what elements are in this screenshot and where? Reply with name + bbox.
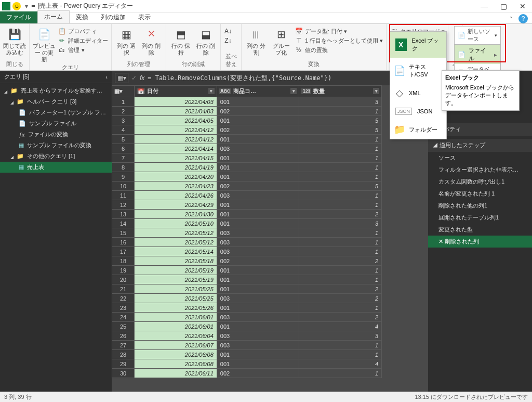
group-by-button[interactable]: グルー プ化: [270, 25, 292, 56]
applied-step[interactable]: 削除された列: [428, 236, 532, 248]
table-row[interactable]: 22021/04/030021: [112, 107, 382, 116]
applied-step[interactable]: フィルター選択された非表示…: [428, 164, 532, 176]
tab-file[interactable]: ファイル: [0, 11, 37, 23]
data-grid[interactable]: ▦▾📅日付▾ABC商品コ…▾123数量▾ 12021/04/0300132202…: [112, 85, 382, 378]
row-number-header[interactable]: ▦▾: [112, 86, 135, 97]
table-row[interactable]: 302021/06/110021: [112, 369, 382, 378]
table-row[interactable]: 212021/05/250012: [112, 284, 382, 294]
table-row[interactable]: 282021/06/080011: [112, 350, 382, 359]
tab-addcolumn[interactable]: 列の追加: [95, 11, 132, 23]
filter-dropdown-icon[interactable]: ▾: [373, 88, 379, 94]
table-row[interactable]: 152021/05/120031: [112, 228, 382, 238]
qa-dropdown-icon[interactable]: ▾: [25, 3, 28, 10]
query-node[interactable]: その他のクエリ [1]: [0, 151, 112, 162]
applied-step[interactable]: 変更された型: [428, 224, 532, 236]
query-node[interactable]: サンプル ファイル: [0, 118, 112, 129]
close-button[interactable]: ✕: [520, 2, 526, 10]
table-row[interactable]: 102021/04/230025: [112, 181, 382, 191]
remove-rows-button[interactable]: 行の 削除: [194, 25, 217, 56]
replace-values-button[interactable]: 値の置換: [295, 46, 383, 54]
help-icon[interactable]: ?: [518, 14, 528, 23]
maximize-button[interactable]: ▢: [500, 2, 507, 10]
table-row[interactable]: 172021/05/140031: [112, 247, 382, 256]
query-node[interactable]: 売上表 からファイルを変換す…: [0, 85, 112, 96]
table-row[interactable]: 122021/04/290011: [112, 200, 382, 210]
applied-steps-header[interactable]: ◢ 適用したステップ: [428, 139, 532, 152]
excel-icon: [2, 2, 10, 10]
column-header[interactable]: 123数量▾: [299, 86, 382, 97]
table-row[interactable]: 202021/05/190011: [112, 275, 382, 284]
table-row[interactable]: 132021/04/300012: [112, 210, 382, 219]
applied-step[interactable]: 展開されたテーブル列1: [428, 212, 532, 224]
submenu-item-json[interactable]: JSONJSON: [390, 102, 446, 120]
close-load-button[interactable]: 閉じて読 み込む: [3, 25, 26, 56]
table-row[interactable]: 182021/05/180022: [112, 256, 382, 266]
choose-columns-button[interactable]: 列の 選択: [115, 25, 138, 56]
table-row[interactable]: 52021/04/120011: [112, 135, 382, 144]
table-row[interactable]: 272021/06/070031: [112, 341, 382, 350]
table-row[interactable]: 142021/05/100013: [112, 219, 382, 228]
editor-icon: [58, 36, 66, 45]
table-row[interactable]: 232021/05/260011: [112, 303, 382, 313]
column-header[interactable]: ABC商品コ…▾: [217, 86, 299, 97]
formula-input[interactable]: = Table.RemoveColumns(変更された型,{"Source.Na…: [148, 74, 418, 83]
query-node[interactable]: ヘルパー クエリ [3]: [0, 96, 112, 107]
applied-step[interactable]: 削除された他の列1: [428, 200, 532, 212]
new-source-header[interactable]: 新しいソース: [454, 26, 501, 45]
statusbar: 3 列, 39 行 13:15 にダウンロードされたプレビューです: [0, 392, 532, 402]
table-row[interactable]: 242021/06/010032: [112, 313, 382, 322]
remove-columns-button[interactable]: 列の 削除: [140, 25, 163, 56]
applied-step[interactable]: ソース: [428, 152, 532, 164]
filter-dropdown-icon[interactable]: ▾: [290, 88, 297, 94]
group-transform: 列の 分割 グルー プ化 データ型: 日付 ▾ 1 行目をヘッダーとして使用 ▾…: [242, 24, 387, 70]
refresh-preview-button[interactable]: プレビュー の更新: [33, 25, 56, 63]
sort-asc-button[interactable]: [224, 27, 232, 35]
submenu-item-folder[interactable]: フォルダー: [390, 120, 446, 139]
advanced-editor-button[interactable]: 詳細エディター: [58, 36, 108, 45]
table-icon-button[interactable]: ▦▾: [115, 73, 128, 83]
applied-step[interactable]: 名前が変更された列 1: [428, 188, 532, 200]
table-row[interactable]: 162021/05/120031: [112, 238, 382, 247]
table-row[interactable]: 262021/06/040033: [112, 331, 382, 341]
split-column-button[interactable]: 列の 分割: [245, 25, 268, 56]
column-header[interactable]: 📅日付▾: [135, 86, 217, 97]
tab-view[interactable]: 表示: [132, 11, 157, 23]
table-row[interactable]: 82021/04/190011: [112, 163, 382, 172]
check-icon[interactable]: ✓: [131, 74, 137, 82]
table-row[interactable]: 72021/04/150011: [112, 153, 382, 163]
submenu-item-text[interactable]: テキスト/CSV: [390, 58, 446, 84]
query-node[interactable]: 売上表: [0, 162, 112, 173]
filter-dropdown-icon[interactable]: ▾: [208, 88, 215, 94]
submenu-item-xml[interactable]: XML: [390, 84, 446, 102]
data-type-button[interactable]: データ型: 日付 ▾: [295, 27, 383, 35]
chevron-left-icon[interactable]: ‹: [105, 74, 108, 80]
queries-header[interactable]: クエリ [5]‹: [0, 71, 112, 83]
new-source-item[interactable]: ファイル▸: [455, 45, 500, 64]
ribbon-collapse-icon[interactable]: ˇ: [510, 16, 512, 23]
smiley-icon[interactable]: ☺: [12, 2, 21, 10]
properties-button[interactable]: プロパティ: [58, 27, 108, 35]
table-row[interactable]: 222021/05/250032: [112, 294, 382, 303]
query-node[interactable]: サンプル ファイルの変換: [0, 140, 112, 151]
query-node[interactable]: ファイルの変換: [0, 129, 112, 140]
tab-transform[interactable]: 変換: [70, 11, 95, 23]
table-row[interactable]: 192021/05/190011: [112, 266, 382, 275]
table-row[interactable]: 292021/06/080014: [112, 359, 382, 369]
applied-step[interactable]: カスタム関数の呼び出し1: [428, 176, 532, 188]
table-row[interactable]: 252021/06/010014: [112, 322, 382, 331]
use-first-row-button[interactable]: 1 行目をヘッダーとして使用 ▾: [295, 36, 383, 45]
query-node[interactable]: パラメーター1 (サンプル フ…: [0, 107, 112, 118]
table-row[interactable]: 12021/04/030013: [112, 97, 382, 107]
manage-button[interactable]: 管理 ▾: [58, 46, 108, 54]
table-row[interactable]: 42021/04/120025: [112, 125, 382, 135]
sort-desc-button[interactable]: [224, 36, 232, 45]
text-icon: [395, 67, 404, 75]
submenu-item-excel[interactable]: XExcel ブック: [390, 32, 446, 58]
keep-rows-button[interactable]: 行の 保持: [169, 25, 192, 56]
table-row[interactable]: 62021/04/140031: [112, 144, 382, 153]
tab-home[interactable]: ホーム: [37, 10, 70, 23]
table-row[interactable]: 32021/04/050015: [112, 116, 382, 125]
table-row[interactable]: 92021/04/200011: [112, 172, 382, 181]
minimize-button[interactable]: —: [481, 2, 488, 10]
table-row[interactable]: 112021/04/260031: [112, 191, 382, 200]
